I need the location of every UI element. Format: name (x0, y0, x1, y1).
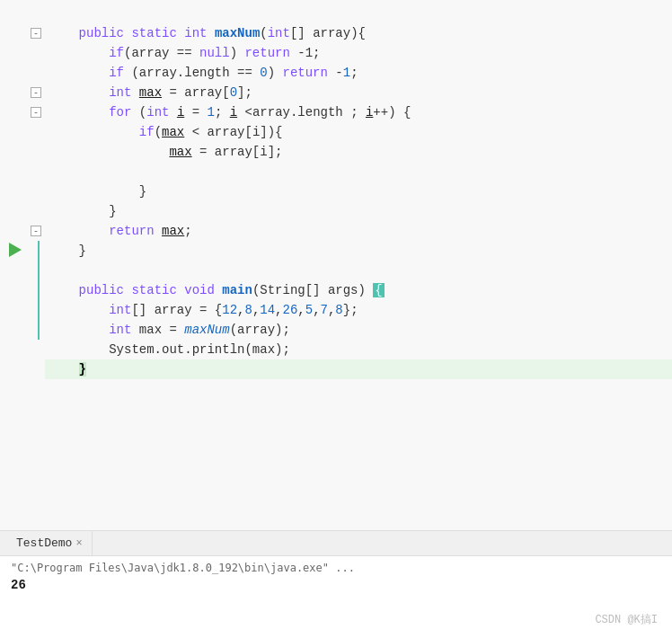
code-line: int max = maxNum(array); (45, 320, 672, 340)
code-line (45, 162, 672, 182)
tab-close-button[interactable]: × (75, 537, 82, 550)
console-output: 26 (11, 578, 661, 592)
code-line-main: public static void main(String[] args) { (45, 280, 672, 300)
fold-icon-method[interactable]: - (31, 28, 41, 39)
fold-icon-for[interactable]: - (31, 87, 41, 98)
run-arrow[interactable] (9, 243, 22, 257)
code-line: int[] array = {12,8,14,26,5,7,8}; (45, 300, 672, 320)
code-line: if(array == null) return -1; (45, 43, 672, 63)
code-line: System.out.println(max); (45, 340, 672, 359)
gutter-line-10 (0, 201, 45, 221)
code-line: public static int maxNum(int[] array){ (45, 23, 672, 43)
fold-icon-if[interactable]: - (31, 107, 41, 118)
editor-area: - - - - (0, 0, 672, 530)
code-line-closing-brace: } (45, 359, 672, 379)
code-line (45, 4, 672, 23)
active-method-line (38, 241, 40, 340)
gutter: - - - - (0, 4, 45, 530)
console-tab[interactable]: TestDemo × (7, 531, 93, 556)
code-line: int max = array[0]; (45, 83, 672, 102)
code-line: } (45, 241, 672, 261)
gutter-line-7 (0, 142, 45, 162)
gutter-line-3 (0, 63, 45, 83)
gutter-fold-3[interactable]: - (0, 102, 45, 122)
gutter-line-6 (0, 122, 45, 142)
fold-icon-main[interactable]: - (31, 226, 41, 236)
gutter-fold-4[interactable]: - (0, 221, 45, 241)
console-path: "C:\Program Files\Java\jdk1.8.0_192\bin\… (11, 562, 661, 574)
gutter-line-8 (0, 162, 45, 182)
code-line: for (int i = 1; i <array.length ; i++) { (45, 102, 672, 122)
code-line: if (array.length == 0) return -1; (45, 63, 672, 83)
code-line: } (45, 182, 672, 201)
console-content: "C:\Program Files\Java\jdk1.8.0_192\bin\… (0, 556, 672, 598)
code-line: } (45, 201, 672, 221)
gutter-fold-1[interactable]: - (0, 23, 45, 43)
watermark: CSDN @K搞I (595, 612, 658, 627)
gutter-line-9 (0, 182, 45, 201)
gutter-fold-2[interactable]: - (0, 83, 45, 102)
code-line: return max; (45, 221, 672, 241)
code-line: if(max < array[i]){ (45, 122, 672, 142)
tab-label: TestDemo (16, 536, 72, 550)
code-lines: public static int maxNum(int[] array){ i… (45, 4, 672, 530)
tab-bar: TestDemo × (0, 531, 672, 556)
code-line: max = array[i]; (45, 142, 672, 162)
code-line (45, 261, 672, 280)
gutter-line-2 (0, 43, 45, 63)
bottom-panel: TestDemo × "C:\Program Files\Java\jdk1.8… (0, 530, 672, 638)
code-container: - - - - (0, 0, 672, 530)
